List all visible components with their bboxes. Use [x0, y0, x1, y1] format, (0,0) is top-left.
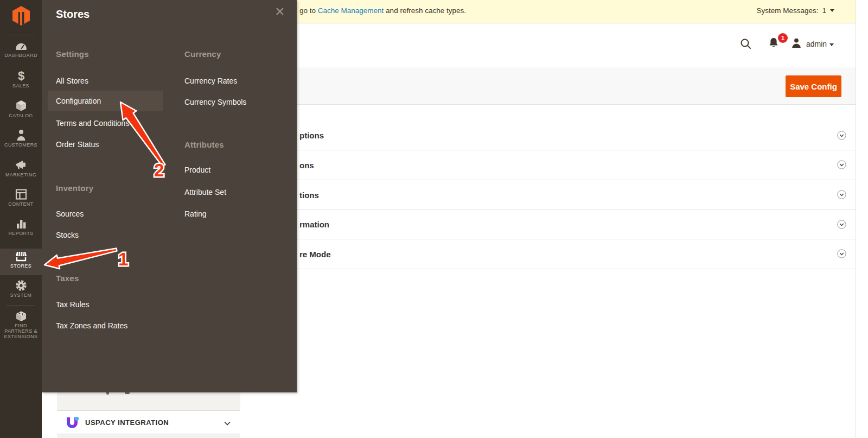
- menu-item-tax-zones-and-rates[interactable]: Tax Zones and Rates: [56, 320, 127, 331]
- expand-chevron-icon[interactable]: [837, 249, 846, 258]
- customers-icon: [15, 129, 28, 142]
- message-prefix: go to: [299, 7, 318, 15]
- menu-item-currency-rates[interactable]: Currency Rates: [184, 75, 237, 86]
- admin-sidebar: DASHBOARD $ SALES CATALOG CUSTOMERS: [0, 0, 42, 438]
- system-messages-toggle[interactable]: System Messages:1: [756, 7, 834, 15]
- message-suffix: and refresh cache types.: [384, 7, 466, 15]
- sidebar-item-customers[interactable]: CUSTOMERS: [0, 128, 42, 155]
- section-title-fragment: rmation: [299, 210, 329, 239]
- marketing-icon: [15, 158, 28, 172]
- menu-item-rating[interactable]: Rating: [184, 208, 206, 219]
- system-message-text: go to Cache Management and refresh cache…: [299, 7, 466, 15]
- reports-icon: [15, 217, 28, 230]
- expand-chevron-icon[interactable]: [837, 160, 846, 169]
- admin-account-menu[interactable]: admin: [806, 40, 827, 48]
- section-title-fragment: ptions: [299, 121, 324, 150]
- search-icon[interactable]: [739, 37, 752, 50]
- sidebar-item-stores[interactable]: STORES: [0, 249, 42, 275]
- menu-item-tax-rules[interactable]: Tax Rules: [56, 299, 89, 310]
- menu-group-heading: Currency: [184, 49, 221, 59]
- svg-text:$: $: [17, 69, 24, 82]
- uspacy-logo-icon: [65, 415, 80, 430]
- menu-group-heading: Settings: [56, 49, 89, 59]
- menu-item-currency-symbols[interactable]: Currency Symbols: [184, 97, 246, 107]
- sidebar-divider: [7, 35, 35, 35]
- section-title-fragment: tions: [299, 180, 319, 210]
- sidebar-item-find-partners-extensions[interactable]: FIND PARTNERS & EXTENSIONS: [0, 309, 42, 341]
- caret-down-icon: [829, 43, 834, 46]
- uspacy-integration-section[interactable]: USPACY INTEGRATION: [57, 410, 240, 434]
- caret-down-icon: [830, 9, 834, 12]
- sidebar-item-sales[interactable]: $ SALES: [0, 68, 42, 96]
- menu-group-heading: Taxes: [56, 274, 79, 283]
- scrollbar-track[interactable]: [856, 0, 868, 438]
- sidebar-item-system[interactable]: SYSTEM: [0, 278, 42, 305]
- stores-flyout-menu: Stores × Settings All Stores Configurati…: [42, 0, 297, 392]
- content-icon: [15, 188, 28, 201]
- sidebar-item-marketing[interactable]: MARKETING: [0, 157, 42, 185]
- menu-item-terms-and-conditions[interactable]: Terms and Conditions: [56, 118, 129, 129]
- menu-item-stocks[interactable]: Stocks: [56, 230, 79, 240]
- system-messages-count: 1: [822, 7, 826, 15]
- cache-management-link[interactable]: Cache Management: [318, 7, 384, 15]
- config-nav-group: [57, 392, 240, 410]
- sales-icon: $: [15, 69, 28, 82]
- section-title-fragment: re Mode: [299, 239, 331, 269]
- clipped-nav-text: [125, 392, 130, 394]
- menu-item-order-status[interactable]: Order Status: [56, 139, 99, 150]
- extensions-icon: [15, 310, 28, 322]
- menu-item-product[interactable]: Product: [184, 164, 210, 175]
- dashboard-icon: [15, 40, 28, 52]
- menu-group-heading: Inventory: [56, 183, 93, 193]
- chevron-down-icon: [223, 419, 232, 428]
- sidebar-item-catalog[interactable]: CATALOG: [0, 98, 42, 125]
- config-nav-group: [57, 434, 240, 438]
- magento-logo-icon[interactable]: [12, 6, 30, 26]
- section-title-fragment: ons: [299, 150, 314, 180]
- menu-item-attribute-set[interactable]: Attribute Set: [184, 187, 226, 198]
- expand-chevron-icon[interactable]: [837, 190, 846, 199]
- sidebar-item-content[interactable]: CONTENT: [0, 187, 42, 214]
- expand-chevron-icon[interactable]: [837, 220, 846, 229]
- sidebar-item-dashboard[interactable]: DASHBOARD: [0, 39, 42, 66]
- save-config-button[interactable]: Save Config: [786, 75, 841, 97]
- notification-count-badge[interactable]: 1: [778, 33, 788, 43]
- system-messages-label: System Messages:: [756, 7, 818, 15]
- clipped-nav-text: [106, 392, 109, 395]
- stores-icon: [14, 250, 28, 263]
- sidebar-divider: [7, 306, 35, 306]
- catalog-icon: [15, 99, 28, 112]
- expand-chevron-icon[interactable]: [837, 131, 846, 140]
- menu-item-configuration[interactable]: Configuration: [56, 96, 101, 106]
- menu-item-all-stores[interactable]: All Stores: [56, 75, 88, 86]
- magento-admin-page: go to Cache Management and refresh cache…: [0, 0, 868, 438]
- menu-item-sources[interactable]: Sources: [56, 208, 84, 219]
- system-icon: [15, 279, 28, 292]
- menu-group-heading: Attributes: [184, 140, 224, 150]
- flyout-title: Stores: [56, 8, 90, 21]
- uspacy-integration-label: USPACY INTEGRATION: [85, 411, 169, 434]
- close-icon[interactable]: ×: [275, 3, 285, 20]
- user-avatar-icon[interactable]: [791, 37, 802, 48]
- sidebar-item-reports[interactable]: REPORTS: [0, 216, 42, 243]
